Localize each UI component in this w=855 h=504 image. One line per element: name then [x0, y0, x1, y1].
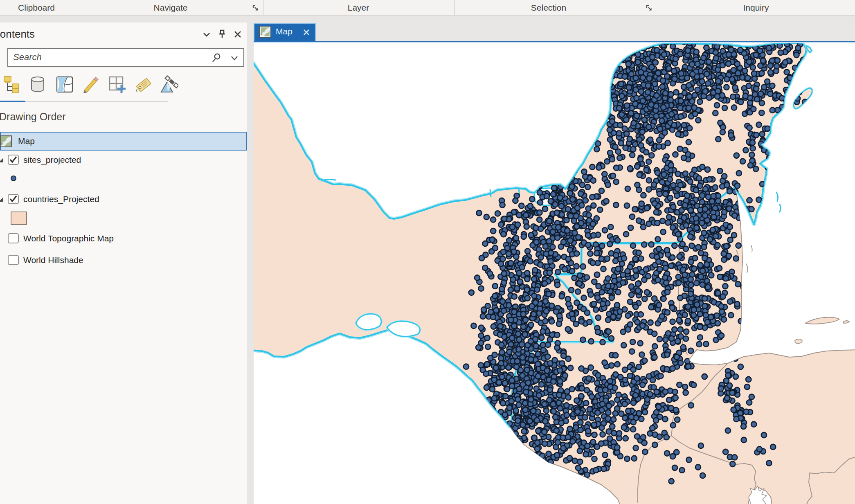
layer-name: sites_projected: [23, 155, 81, 165]
ribbon-group-separator: [263, 0, 263, 15]
map-canvas[interactable]: [254, 43, 855, 504]
ribbon-group-clipboard: Clipboard: [18, 3, 55, 13]
legend-row: [0, 169, 247, 188]
active-tab-underline: [0, 101, 25, 102]
layer-visibility-checkbox[interactable]: [8, 194, 19, 204]
list-by-data-source-icon[interactable]: [28, 75, 47, 93]
layer-row[interactable]: countries_Projected: [0, 190, 247, 209]
search-input[interactable]: Search: [7, 48, 244, 67]
ribbon-group-layer: Layer: [348, 3, 369, 13]
section-header: Drawing Order: [0, 111, 66, 123]
island-gray: [795, 339, 802, 344]
map-tab-close-icon[interactable]: [302, 28, 311, 37]
coastal-feature-selected: [490, 190, 491, 196]
cay-gray: [751, 245, 752, 252]
island-gray: [844, 321, 849, 323]
map-view: Map: [254, 22, 855, 504]
ribbon-group-label-bar: ClipboardNavigateLayerSelectionInquiry: [0, 0, 855, 16]
map-svg: [254, 43, 855, 504]
list-by-charts-icon[interactable]: [160, 75, 178, 93]
lagoon: [387, 321, 420, 336]
ribbon-group-selection: Selection: [531, 3, 566, 13]
map-view-tab[interactable]: Map: [254, 23, 316, 41]
pane-title: Contents: [0, 28, 35, 40]
expander-icon[interactable]: [0, 158, 4, 163]
point-symbol: [11, 176, 16, 181]
polygon-symbol: [11, 212, 27, 225]
list-by-editing-icon[interactable]: [81, 75, 100, 93]
pin-icon[interactable]: [216, 29, 228, 40]
island-gray: [805, 317, 839, 324]
layer-row-map[interactable]: Map: [0, 132, 247, 151]
collapse-chevron-icon[interactable]: [201, 29, 212, 40]
layer-row[interactable]: sites_projected: [0, 151, 247, 169]
tab-underline-track: [25, 101, 168, 102]
close-icon[interactable]: [232, 29, 243, 40]
coastal-feature-selected: [776, 192, 778, 201]
layer-name: World Hillshade: [23, 255, 83, 265]
expander-icon[interactable]: [0, 197, 4, 202]
cay-gray: [746, 264, 748, 273]
list-by-labeling-icon[interactable]: [134, 75, 153, 93]
dialog-launcher-icon[interactable]: [646, 4, 654, 13]
legend-row: [0, 209, 247, 227]
layer-row[interactable]: World Hillshade: [0, 251, 247, 270]
layer-name: Map: [18, 136, 35, 146]
layer-visibility-checkbox[interactable]: [8, 233, 19, 243]
layer-tree: Mapsites_projectedcountries_ProjectedWor…: [0, 132, 247, 270]
layer-visibility-checkbox[interactable]: [8, 255, 19, 265]
ribbon-group-inquiry: Inquiry: [743, 3, 769, 13]
layer-name: World Topographic Map: [23, 234, 114, 243]
list-by-drawing-order-icon[interactable]: [3, 75, 22, 93]
ribbon-group-separator: [454, 0, 454, 15]
map-tab-label: Map: [276, 27, 292, 36]
coastal-feature-selected: [780, 205, 781, 212]
list-by-selection-icon[interactable]: [55, 75, 74, 93]
list-by-snapping-icon[interactable]: [108, 75, 127, 93]
contents-pane: Contents Search Drawing Order Mapsites_p…: [0, 22, 247, 504]
layer-visibility-checkbox[interactable]: [8, 155, 19, 165]
ribbon-group-separator: [656, 0, 656, 15]
layer-row[interactable]: World Topographic Map: [0, 229, 247, 248]
search-placeholder: Search: [13, 52, 42, 63]
ribbon-group-navigate: Navigate: [154, 3, 188, 13]
map-thumbnail-icon: [259, 26, 271, 38]
search-icon[interactable]: [211, 52, 222, 64]
ribbon-group-separator: [91, 0, 91, 15]
layer-name: countries_Projected: [23, 194, 99, 204]
dialog-launcher-icon[interactable]: [252, 4, 260, 13]
map-thumbnail-icon: [0, 135, 12, 147]
chevron-down-icon[interactable]: [230, 54, 239, 62]
